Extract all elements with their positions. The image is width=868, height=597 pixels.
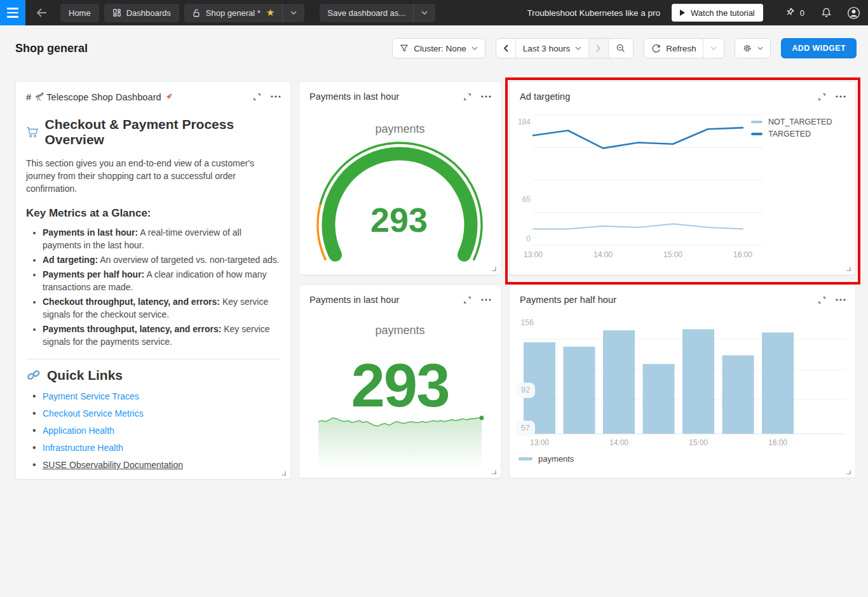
- toolbar: Cluster: None Last 3 hours: [392, 38, 857, 58]
- svg-text:14:00: 14:00: [593, 250, 613, 259]
- legend-label: TARGETED: [768, 130, 811, 138]
- expand-widget-button[interactable]: [815, 293, 829, 307]
- chevron-down-icon: [421, 11, 428, 15]
- tab-dashboards-label: Dashboards: [126, 8, 171, 18]
- svg-text:65: 65: [522, 195, 531, 204]
- ellipsis-icon: [481, 298, 491, 301]
- link-application-health[interactable]: Application Health: [43, 426, 114, 436]
- watch-tutorial-button[interactable]: Watch the tutorial: [672, 4, 763, 22]
- tab-shop-general[interactable]: Shop general * ★: [184, 4, 282, 22]
- time-back-button[interactable]: [496, 39, 515, 58]
- refresh-button[interactable]: Refresh: [644, 39, 703, 58]
- payments-number-widget: Payments in last hour payments 293: [299, 285, 501, 478]
- expand-widget-button[interactable]: [460, 293, 474, 307]
- list-item: Ad targeting: An overview of targeted vs…: [43, 253, 280, 266]
- play-icon: [680, 10, 685, 16]
- widget-menu-button[interactable]: [479, 90, 493, 104]
- widget-menu-button[interactable]: [269, 90, 283, 104]
- cluster-filter-label: Cluster: None: [414, 44, 466, 53]
- pin-icon: [785, 8, 796, 18]
- legend-item[interactable]: NOT_TARGETED: [751, 117, 832, 126]
- zoom-out-icon: [616, 43, 626, 53]
- link-infrastructure-health[interactable]: Infrastructure Health: [43, 443, 123, 453]
- telescope-icon: [34, 91, 44, 102]
- metrics-heading: Key Metrics at a Glance:: [26, 207, 280, 220]
- widget-title: # Telescope Shop Dashboard: [26, 91, 173, 102]
- widget-title: Payments in last hour: [309, 295, 400, 305]
- watch-tutorial-label: Watch the tutorial: [691, 8, 755, 18]
- markdown-widget: # Telescope Shop Dashboard: [15, 81, 291, 480]
- widget-title: Ad targeting: [520, 91, 570, 102]
- tab-options-chevron[interactable]: [282, 4, 304, 22]
- save-dashboard-button[interactable]: Save dashboard as...: [320, 4, 413, 22]
- resize-handle-icon[interactable]: [844, 468, 851, 474]
- pin-count: 0: [800, 8, 804, 18]
- refresh-options-chevron[interactable]: [703, 39, 724, 58]
- svg-text:57: 57: [521, 424, 530, 433]
- expand-icon: [817, 295, 827, 305]
- link-payment-service-traces[interactable]: Payment Service Traces: [43, 391, 139, 401]
- refresh-label: Refresh: [666, 44, 696, 53]
- settings-control[interactable]: [735, 38, 771, 58]
- svg-text:16:00: 16:00: [733, 250, 752, 259]
- link-checkout-service-metrics[interactable]: Checkout Service Metrics: [43, 408, 144, 419]
- save-dashboard-chevron[interactable]: [413, 4, 435, 22]
- filter-icon: [400, 44, 409, 53]
- resize-handle-icon[interactable]: [280, 469, 286, 476]
- chart-legend: NOT_TARGETEDTARGETED: [751, 117, 832, 138]
- expand-widget-button[interactable]: [250, 90, 264, 104]
- ad-targeting-widget: Ad targeting 18465013:0014:0015:0016:00 …: [509, 81, 856, 275]
- resize-handle-icon[interactable]: [490, 468, 496, 474]
- favorite-star-icon[interactable]: ★: [266, 8, 275, 18]
- promo-text: Troubleshoot Kubernetes like a pro: [527, 8, 660, 18]
- widget-menu-button[interactable]: [834, 90, 848, 104]
- ellipsis-icon: [271, 95, 281, 98]
- chevron-down-icon: [471, 46, 478, 50]
- tab-shop-general-group: Shop general * ★: [184, 4, 304, 22]
- resize-handle-icon[interactable]: [490, 265, 496, 271]
- time-range-button[interactable]: Last 3 hours: [515, 39, 588, 58]
- expand-widget-button[interactable]: [815, 90, 829, 104]
- ellipsis-icon: [836, 95, 846, 98]
- link-suse-observability-docs[interactable]: SUSE Observability Documentation: [43, 460, 183, 470]
- notifications-button[interactable]: [821, 7, 832, 18]
- markdown-intro: This section gives you an end-to-end vie…: [26, 157, 280, 195]
- bell-icon: [821, 7, 832, 18]
- svg-text:15:00: 15:00: [663, 250, 682, 259]
- expand-icon: [252, 92, 262, 102]
- svg-text:13:00: 13:00: [530, 438, 549, 447]
- tab-dashboards[interactable]: Dashboards: [104, 4, 179, 22]
- legend-item[interactable]: TARGETED: [751, 130, 832, 138]
- widget-menu-button[interactable]: [479, 293, 493, 307]
- svg-text:15:00: 15:00: [689, 438, 708, 447]
- expand-widget-button[interactable]: [460, 90, 474, 104]
- legend-item[interactable]: payments: [519, 454, 574, 464]
- gauge-chart: 293: [299, 82, 502, 276]
- cluster-filter-button[interactable]: Cluster: None: [392, 38, 485, 58]
- refresh-control: Refresh: [644, 38, 724, 58]
- quick-links-heading: Quick Links: [26, 368, 280, 383]
- top-navbar: Home Dashboards Shop general * ★ Save da…: [0, 0, 868, 25]
- zoom-out-time-button[interactable]: [608, 39, 633, 58]
- time-forward-button[interactable]: [588, 39, 608, 58]
- legend-swatch: [751, 133, 763, 135]
- svg-text:156: 156: [520, 318, 534, 327]
- user-avatar[interactable]: [847, 6, 860, 20]
- markdown-content: Checkout & Payment Process Overview This…: [26, 109, 280, 474]
- add-widget-button[interactable]: ADD WIDGET: [781, 38, 857, 58]
- menu-button[interactable]: [0, 0, 25, 25]
- list-item: Payment Service Traces: [43, 391, 280, 402]
- back-button[interactable]: [31, 0, 52, 25]
- chevron-right-icon: [596, 44, 601, 52]
- resize-handle-icon[interactable]: [844, 265, 851, 271]
- refresh-icon: [651, 44, 661, 53]
- pinned-items-button[interactable]: 0: [785, 8, 804, 18]
- tab-home[interactable]: Home: [60, 4, 99, 22]
- svg-text:0: 0: [526, 234, 531, 243]
- time-range-label: Last 3 hours: [523, 44, 570, 53]
- ellipsis-icon: [836, 298, 846, 301]
- list-item: Checkout throughput, latency, and errors…: [43, 295, 280, 321]
- save-dashboard-label: Save dashboard as...: [327, 8, 405, 18]
- legend-swatch: [519, 457, 532, 460]
- widget-menu-button[interactable]: [834, 293, 848, 307]
